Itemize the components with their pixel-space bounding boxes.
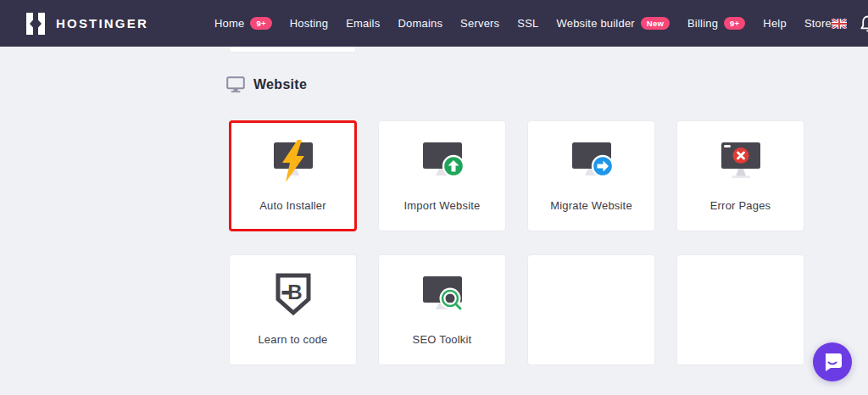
nav-item-hosting[interactable]: Hosting — [290, 17, 328, 30]
card-label: Error Pages — [677, 199, 804, 212]
card-label: Import Website — [379, 199, 505, 212]
card-learn-to-code[interactable]: B Learn to code — [229, 254, 357, 365]
uk-flag-icon[interactable] — [832, 19, 847, 29]
nav-item-domains[interactable]: Domains — [398, 17, 442, 30]
error-pages-icon — [717, 139, 765, 190]
nav-label: Billing — [687, 17, 718, 30]
nav-label: Help — [763, 17, 787, 30]
nav-label: Servers — [460, 17, 499, 30]
card-label: SEO Toolkit — [379, 333, 505, 346]
card-empty-2[interactable] — [676, 254, 804, 365]
nav-item-home[interactable]: Home 9+ — [214, 17, 272, 31]
nav-label: Store — [804, 17, 832, 30]
home-count-badge: 9+ — [250, 17, 271, 31]
hostinger-logo[interactable]: HOSTINGER — [25, 13, 148, 35]
card-label: Migrate Website — [528, 199, 654, 212]
card-empty-1[interactable] — [527, 254, 655, 365]
new-badge: New — [641, 17, 670, 31]
section-header: Website — [226, 76, 307, 93]
nav-item-website-builder[interactable]: Website builder New — [556, 17, 670, 31]
chat-bubble-icon — [821, 350, 844, 374]
nav-right-group: H HOSTINGER — [832, 12, 868, 36]
main-menu: Home 9+ Hosting Emails Domains Servers S… — [214, 17, 832, 31]
nav-label: Emails — [346, 17, 380, 30]
card-label: Auto Installer — [231, 199, 354, 212]
partial-card-above[interactable] — [229, 47, 356, 53]
nav-item-store[interactable]: Store — [804, 17, 832, 30]
billing-count-badge: 9+ — [724, 17, 745, 31]
learn-to-code-shield-icon: B — [273, 273, 314, 324]
import-website-icon — [419, 139, 466, 190]
card-error-pages[interactable]: Error Pages — [676, 120, 804, 231]
card-import-website[interactable]: Import Website — [378, 120, 506, 231]
nav-item-billing[interactable]: Billing 9+ — [687, 17, 745, 31]
nav-item-ssl[interactable]: SSL — [517, 17, 538, 30]
brand-text: HOSTINGER — [56, 16, 148, 31]
hostinger-h-icon — [25, 13, 46, 35]
nav-label: SSL — [517, 17, 538, 30]
top-nav: HOSTINGER Home 9+ Hosting Emails Domains… — [0, 0, 868, 47]
website-tools-grid: Auto Installer Import Website Migrate We… — [229, 120, 804, 365]
nav-label: Home — [214, 17, 244, 30]
migrate-website-icon — [568, 139, 615, 190]
nav-label: Domains — [398, 17, 442, 30]
auto-installer-icon — [270, 139, 317, 190]
nav-item-emails[interactable]: Emails — [346, 17, 380, 30]
card-auto-installer[interactable]: Auto Installer — [229, 120, 357, 231]
svg-text:B: B — [287, 281, 302, 303]
nav-label: Website builder — [556, 17, 634, 30]
page-title: Website — [253, 77, 307, 92]
nav-item-servers[interactable]: Servers — [460, 17, 499, 30]
card-seo-toolkit[interactable]: SEO Toolkit — [378, 254, 506, 365]
bell-icon[interactable] — [860, 14, 868, 33]
nav-label: Hosting — [290, 17, 328, 30]
monitor-icon — [226, 76, 245, 93]
card-migrate-website[interactable]: Migrate Website — [527, 120, 655, 231]
nav-item-help[interactable]: Help — [763, 17, 787, 30]
seo-toolkit-icon — [419, 273, 466, 324]
card-label: Learn to code — [230, 333, 356, 346]
chat-widget-button[interactable] — [813, 342, 852, 381]
